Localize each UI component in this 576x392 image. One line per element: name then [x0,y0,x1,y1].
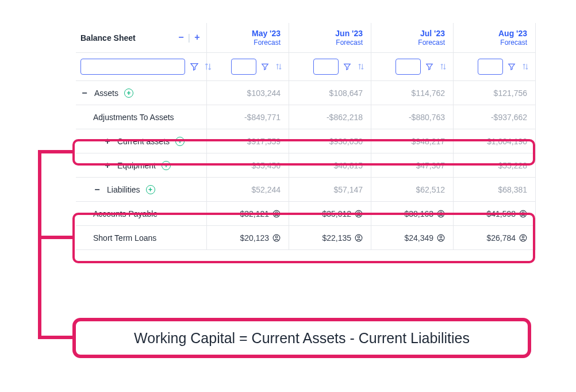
value-cell[interactable]: $948,217 [371,129,454,153]
cell-value: -$880,763 [409,113,445,122]
add-item-icon[interactable]: + [175,137,185,146]
value-cell[interactable]: $68,381 [454,178,536,201]
rows-container: −Assets+$103,244$108,647$114,762$121,756… [76,81,536,250]
value-cell[interactable]: $38,163 [371,202,454,225]
col-filter-input[interactable] [478,59,503,75]
svg-point-1 [275,212,278,214]
value-cell[interactable]: $22,135 [289,226,371,249]
sort-icon[interactable] [274,62,284,72]
cell-value: $22,135 [322,233,351,243]
value-cell[interactable]: $1,004,190 [454,129,536,153]
row-label-cell[interactable]: +Equipment+ [76,153,207,177]
person-icon [272,234,281,242]
sort-icon[interactable] [438,62,448,72]
value-cell[interactable]: $20,123 [207,226,289,249]
filter-icon[interactable] [506,62,517,72]
filter-icon[interactable] [424,62,435,72]
expand-toggle-icon[interactable]: + [103,160,112,171]
period-header[interactable]: Jul '23 Forecast [371,23,454,52]
expand-toggle-icon[interactable]: + [103,136,112,147]
collapse-all-button[interactable]: − [176,33,186,42]
value-cell[interactable]: $40,815 [289,153,371,177]
cell-value: $40,815 [333,161,363,170]
period-header[interactable]: Jun '23 Forecast [289,23,371,52]
add-item-icon[interactable]: + [162,161,171,170]
expand-toggle-icon[interactable]: − [93,185,101,195]
sort-icon[interactable] [520,62,531,72]
row-label-text: Adjustments To Assets [93,113,174,122]
cell-value: $32,121 [240,209,269,218]
period-header[interactable]: Aug '23 Forecast [454,23,536,52]
svg-point-5 [440,212,442,214]
value-cell[interactable]: $52,244 [207,178,289,201]
filter-icon[interactable] [190,62,199,72]
value-cell[interactable]: $41,598 [454,202,536,225]
cell-value: $55,228 [498,161,527,170]
expand-toggle-icon[interactable]: − [80,88,89,98]
value-cell[interactable]: $103,244 [207,81,289,105]
cell-value: $108,647 [329,89,363,98]
sort-icon[interactable] [356,62,366,72]
title-cell: Balance Sheet − | + [76,23,207,52]
cell-value: $948,217 [412,137,445,146]
table-row: −Liabilities+$52,244$57,147$62,512$68,38… [76,178,536,202]
expand-all-button[interactable]: + [193,33,202,42]
value-cell[interactable]: -$849,771 [207,105,289,129]
row-label-text: Equipment [117,161,156,170]
cell-value: $26,784 [486,233,516,243]
value-cell[interactable]: $114,762 [371,81,454,105]
period-header[interactable]: May '23 Forecast [207,23,289,52]
cell-value: $47,307 [416,161,445,170]
period-sublabel: Forecast [215,39,281,47]
expand-controls: − | + [176,33,202,43]
value-cell[interactable]: -$880,763 [371,105,454,129]
cell-value: $917,559 [247,137,281,146]
period-sublabel: Forecast [462,39,527,47]
person-icon [437,234,445,242]
cell-value: $114,762 [412,89,445,98]
value-cell[interactable]: $917,559 [207,129,289,153]
row-label-cell[interactable]: +Current assets+ [76,129,207,153]
cell-value: $35,012 [322,209,351,218]
row-label-cell[interactable]: Short Term Loans [76,226,207,249]
row-label-cell[interactable]: −Liabilities+ [76,178,207,201]
value-cell[interactable]: $35,456 [207,153,289,177]
period-label: Jul '23 [379,29,445,38]
add-item-icon[interactable]: + [146,185,155,194]
value-cell[interactable]: $55,228 [454,153,536,177]
value-cell[interactable]: $32,121 [207,202,289,225]
svg-point-9 [275,236,278,238]
value-cell[interactable]: $62,512 [371,178,454,201]
svg-point-7 [522,212,524,214]
col-filter-input[interactable] [395,59,421,75]
search-input[interactable] [80,59,185,75]
value-cell[interactable]: $930,050 [289,129,371,153]
col-filter-input[interactable] [231,59,256,75]
value-cell[interactable]: $57,147 [289,178,371,201]
filter-icon[interactable] [260,62,270,72]
period-label: May '23 [215,29,281,38]
cell-value: $68,381 [498,185,527,194]
filter-icon[interactable] [342,62,352,72]
table-row: Adjustments To Assets-$849,771-$862,218-… [76,105,536,129]
add-item-icon[interactable]: + [124,89,133,98]
col-filter-input[interactable] [313,59,339,75]
value-cell[interactable]: -$862,218 [289,105,371,129]
period-label: Jun '23 [297,29,363,38]
row-label-cell[interactable]: −Assets+ [76,81,207,105]
value-cell[interactable]: $35,012 [289,202,371,225]
value-cell[interactable]: $121,756 [454,81,536,105]
cell-value: $121,756 [494,89,527,98]
value-cell[interactable]: $26,784 [454,226,536,249]
row-label-text: Assets [94,89,118,98]
table-row: +Equipment+$35,456$40,815$47,307$55,228 [76,153,536,178]
value-cell[interactable]: $47,307 [371,153,454,177]
value-cell[interactable]: -$937,662 [454,105,536,129]
svg-point-3 [358,212,360,214]
period-sublabel: Forecast [297,39,363,47]
value-cell[interactable]: $108,647 [289,81,371,105]
value-cell[interactable]: $24,349 [371,226,454,249]
row-label-cell[interactable]: Adjustments To Assets [76,105,207,129]
row-label-cell[interactable]: Accounts Payable [76,202,207,225]
cell-value: $930,050 [329,137,363,146]
